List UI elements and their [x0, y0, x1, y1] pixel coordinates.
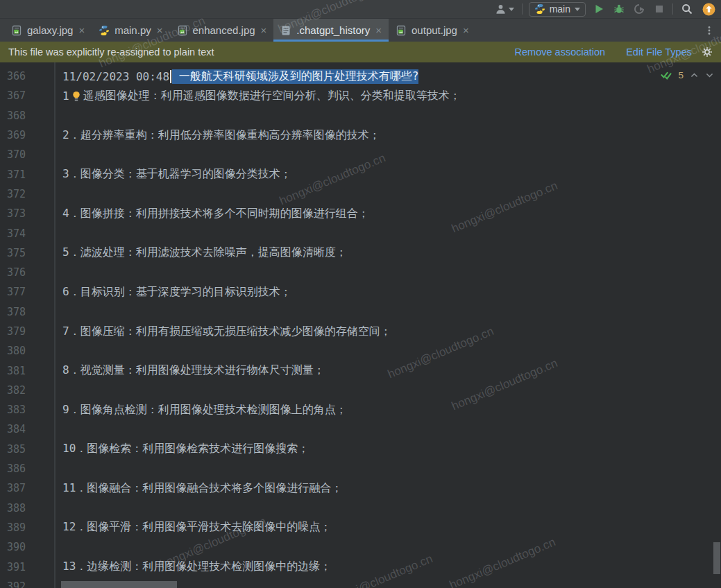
gear-icon — [702, 46, 713, 58]
toolbar-divider — [522, 3, 523, 15]
code-line[interactable]: 3776．目标识别：基于深度学习的目标识别技术； — [0, 282, 721, 302]
line-number: 379 — [0, 325, 54, 338]
tab-label: .chatgpt_history — [296, 24, 370, 36]
ide-window: main galaxy.jpg × — [0, 0, 721, 588]
text-caret — [170, 70, 171, 83]
play-icon — [593, 3, 604, 15]
edit-file-types-link[interactable]: Edit File Types — [626, 46, 692, 58]
line-number: 371 — [0, 168, 54, 181]
notification-banner: This file was explicitly re-assigned to … — [0, 42, 721, 62]
tab-label: main.py — [114, 24, 151, 36]
code-line[interactable]: 36611/02/2023 00:48 一般航天科研领域涉及到的图片处理技术有哪… — [0, 67, 721, 86]
code-line[interactable]: 378 — [0, 302, 721, 322]
line-text: 11．图像融合：利用图像融合技术将多个图像进行融合； — [62, 481, 342, 496]
kebab-menu-icon — [704, 25, 714, 36]
line-number: 385 — [0, 443, 54, 456]
code-line[interactable]: 382 — [0, 381, 721, 400]
code-line[interactable]: 38912．图像平滑：利用图像平滑技术去除图像中的噪点； — [0, 518, 721, 537]
text-file-icon — [280, 25, 291, 36]
line-number: 378 — [0, 306, 54, 318]
run-button[interactable] — [592, 3, 606, 15]
tab-close-icon[interactable]: × — [375, 25, 382, 35]
line-text: 3．图像分类：基于机器学习的图像分类技术； — [62, 167, 291, 182]
line-number: 391 — [0, 561, 54, 573]
code-line[interactable]: 374 — [0, 223, 721, 243]
code-line[interactable]: 3797．图像压缩：利用有损压缩或无损压缩技术减少图像的存储空间； — [0, 322, 721, 341]
code-line[interactable]: 3818．视觉测量：利用图像处理技术进行物体尺寸测量； — [0, 361, 721, 380]
line-number: 384 — [0, 423, 54, 435]
selected-text: 一般航天科研领域涉及到的图片处理技术有哪些? — [172, 69, 418, 84]
chevron-down-icon — [575, 8, 580, 14]
code-line[interactable]: 3734．图像拼接：利用拼接技术将多个不同时期的图像进行组合； — [0, 204, 721, 223]
code-line[interactable]: 3713．图像分类：基于机器学习的图像分类技术； — [0, 164, 721, 184]
line-number: 369 — [0, 129, 54, 141]
code-line[interactable]: 370 — [0, 145, 721, 164]
update-arrow-icon — [702, 3, 715, 16]
code-line[interactable]: 39113．边缘检测：利用图像处理技术检测图像中的边缘； — [0, 557, 721, 576]
line-text: 1遥感图像处理：利用遥感图像数据进行空间分析、判识、分类和提取等技术； — [62, 89, 461, 103]
inspections-widget[interactable]: 5 — [661, 69, 714, 80]
code-line[interactable]: 3692．超分辨率重构：利用低分辨率图像重构高分辨率图像的技术； — [0, 126, 721, 145]
inspections-count: 5 — [678, 70, 684, 80]
code-line[interactable]: 376 — [0, 263, 721, 282]
tab-enhanced-jpg[interactable]: enhanced.jpg × — [170, 19, 274, 42]
code-line[interactable]: 3755．滤波处理：利用滤波技术去除噪声，提高图像清晰度； — [0, 243, 721, 263]
line-number: 380 — [0, 345, 54, 357]
user-account-button[interactable] — [493, 3, 516, 16]
run-config-selector[interactable]: main — [529, 2, 586, 17]
chevron-up-icon[interactable] — [690, 71, 699, 80]
code-line[interactable]: 372 — [0, 184, 721, 204]
code-line[interactable]: 3839．图像角点检测：利用图像处理技术检测图像上的角点； — [0, 400, 721, 420]
line-number: 381 — [0, 365, 54, 377]
update-notification-button[interactable] — [701, 2, 717, 17]
editor[interactable]: 36611/02/2023 00:48 一般航天科研领域涉及到的图片处理技术有哪… — [0, 62, 721, 588]
chevron-down-icon[interactable] — [705, 71, 714, 80]
tab-label: enhanced.jpg — [193, 24, 255, 36]
line-number: 376 — [0, 266, 54, 279]
line-number: 388 — [0, 502, 54, 514]
tab-label: output.jpg — [412, 24, 457, 36]
remove-association-link[interactable]: Remove association — [515, 46, 606, 58]
tab-options-button[interactable] — [697, 19, 721, 42]
stop-button[interactable] — [652, 3, 666, 15]
tab-output-jpg[interactable]: output.jpg × — [389, 19, 476, 42]
code-line[interactable]: 388 — [0, 499, 721, 518]
search-everywhere-button[interactable] — [679, 2, 695, 16]
toolbar-divider — [672, 3, 673, 15]
line-number: 367 — [0, 89, 54, 102]
banner-message: This file was explicitly re-assigned to … — [8, 46, 214, 58]
code-line[interactable]: 390 — [0, 537, 721, 557]
code-line[interactable]: 386 — [0, 459, 721, 478]
vertical-scrollbar-thumb[interactable] — [713, 542, 720, 574]
debug-button[interactable] — [612, 3, 626, 15]
line-text: 11/02/2023 00:48 一般航天科研领域涉及到的图片处理技术有哪些? — [62, 69, 418, 84]
profiler-button[interactable] — [632, 3, 646, 15]
python-icon — [534, 3, 545, 15]
line-number: 372 — [0, 188, 54, 200]
bug-icon — [613, 3, 625, 15]
code-line[interactable]: 38510．图像检索：利用图像检索技术进行图像搜索； — [0, 440, 721, 459]
tab-close-icon[interactable]: × — [261, 25, 267, 35]
line-number: 366 — [0, 70, 54, 83]
editor-tabs: galaxy.jpg × main.py × enhanced.jpg × .c… — [0, 18, 721, 42]
tab-galaxy-jpg[interactable]: galaxy.jpg × — [4, 19, 92, 42]
run-config-label: main — [550, 3, 570, 15]
partial-line-highlight — [61, 581, 177, 588]
line-number: 382 — [0, 384, 54, 397]
python-file-icon — [99, 25, 110, 36]
tabbar-spacer — [476, 19, 697, 42]
tab-main-py[interactable]: main.py × — [92, 19, 169, 42]
code-line[interactable]: 384 — [0, 420, 721, 439]
tab-close-icon[interactable]: × — [157, 25, 163, 35]
intention-bulb-icon[interactable] — [71, 91, 81, 102]
code-line[interactable]: 3671遥感图像处理：利用遥感图像数据进行空间分析、判识、分类和提取等技术； — [0, 86, 721, 105]
code-line[interactable]: 368 — [0, 106, 721, 126]
tab-close-icon[interactable]: × — [463, 25, 469, 35]
code-line[interactable]: 380 — [0, 341, 721, 361]
user-icon — [495, 3, 507, 15]
tab-chatgpt-history[interactable]: .chatgpt_history × — [273, 19, 389, 42]
profiler-icon — [634, 3, 645, 15]
code-line[interactable]: 38711．图像融合：利用图像融合技术将多个图像进行融合； — [0, 478, 721, 498]
tab-close-icon[interactable]: × — [78, 25, 85, 35]
banner-settings-button[interactable] — [702, 46, 713, 58]
